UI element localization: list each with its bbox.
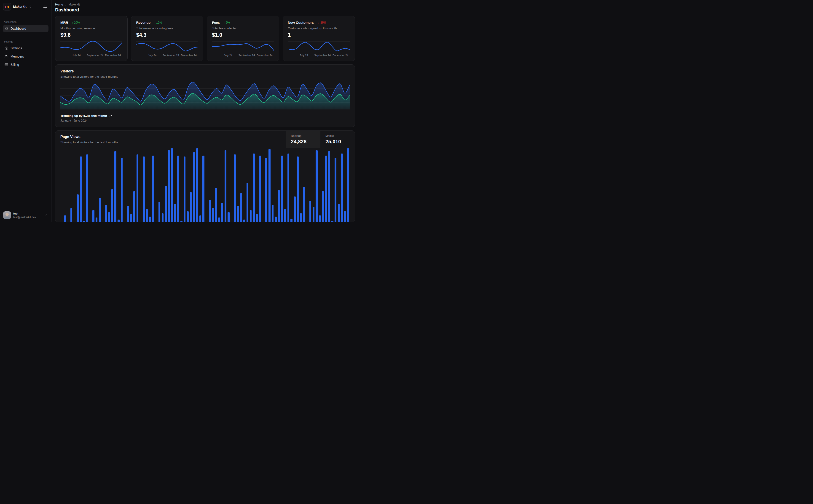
- toggle-desktop[interactable]: Desktop 24,828: [286, 131, 320, 148]
- bar: [331, 221, 333, 222]
- bar: [136, 154, 138, 222]
- x-tick-label: September 24: [314, 54, 331, 57]
- dashboard-icon: [5, 27, 8, 30]
- notifications-button[interactable]: [42, 4, 48, 10]
- stat-title: MRR: [60, 21, 68, 24]
- toggle-label: Desktop: [291, 134, 302, 138]
- stat-card-new-customers: New Customers ↓-25% Customers who signed…: [283, 16, 355, 61]
- bar: [215, 188, 217, 222]
- x-tick-label: December 24: [257, 54, 272, 57]
- user-name: test: [13, 212, 36, 215]
- bar: [278, 190, 280, 222]
- sidebar-item-label: Billing: [11, 63, 19, 66]
- workspace-selector[interactable]: m Makerkit: [3, 2, 48, 11]
- section-label-application: Application: [4, 21, 48, 23]
- user-menu[interactable]: test test@makerkit.dev: [3, 210, 48, 220]
- page-views-header: Page Views Showing total visitors for th…: [55, 131, 355, 148]
- bell-icon: [43, 5, 47, 9]
- bar: [158, 202, 160, 222]
- bar: [231, 222, 233, 222]
- toggle-value: 25,010: [325, 139, 341, 145]
- bar: [209, 200, 211, 222]
- bar: [162, 213, 164, 222]
- bar: [83, 221, 85, 222]
- user-email: test@makerkit.dev: [13, 216, 36, 219]
- stat-value: 1: [288, 32, 350, 38]
- bar: [96, 218, 98, 222]
- arrow-up-icon: ↑: [72, 21, 73, 24]
- bar: [152, 156, 154, 222]
- sidebar-item-dashboard[interactable]: Dashboard: [3, 25, 48, 32]
- bar: [143, 157, 145, 222]
- bar: [108, 212, 110, 222]
- stat-subtitle: Total fees collected: [212, 27, 274, 30]
- bar: [265, 158, 267, 222]
- stat-title: New Customers: [288, 21, 314, 24]
- bar: [212, 208, 214, 222]
- stat-cards-row: MRR ↑20% Monthly recurring revenue $9.6 …: [55, 16, 355, 61]
- bar: [259, 156, 261, 222]
- stat-subtitle: Total revenue including fees: [136, 27, 198, 30]
- bar: [149, 217, 151, 222]
- bar: [243, 220, 246, 222]
- gridline: [55, 165, 355, 165]
- visitors-card: Visitors Showing total visitors for the …: [55, 64, 355, 127]
- sidebar-item-billing[interactable]: Billing: [3, 61, 48, 68]
- bar: [325, 156, 327, 222]
- page-title: Dashboard: [55, 7, 355, 13]
- avatar: [3, 211, 11, 219]
- stat-card-revenue: Revenue ↑12% Total revenue including fee…: [131, 16, 204, 61]
- bar: [202, 156, 205, 222]
- toggle-mobile[interactable]: Mobile 25,010: [320, 131, 355, 148]
- sidebar-item-label: Settings: [11, 46, 22, 50]
- x-tick-label: December 24: [181, 54, 197, 57]
- workspace-name: Makerkit: [13, 5, 27, 8]
- bar: [117, 220, 120, 222]
- stat-card-fees: Fees ↑9% Total fees collected $1.0 July …: [207, 16, 279, 61]
- breadcrumb: Home Makerkit: [55, 3, 355, 6]
- x-tick-label: July 24: [148, 54, 156, 57]
- stat-subtitle: Customers who signed up this month: [288, 27, 350, 30]
- bar: [269, 149, 271, 222]
- stat-value: $1.0: [212, 32, 274, 38]
- bar: [344, 211, 346, 222]
- bar: [190, 192, 192, 222]
- toggle-label: Mobile: [325, 134, 334, 138]
- visitors-title: Visitors: [60, 69, 350, 73]
- makerkit-logo: m: [3, 3, 11, 11]
- bar: [306, 222, 308, 222]
- bar: [196, 148, 198, 222]
- bar: [225, 150, 227, 222]
- bar: [133, 191, 135, 222]
- x-tick-label: September 24: [162, 54, 179, 57]
- bar: [127, 206, 129, 222]
- bar: [105, 205, 107, 222]
- sidebar-item-label: Members: [11, 55, 24, 58]
- bar: [338, 204, 340, 222]
- sidebar-item-settings[interactable]: Settings: [3, 45, 48, 52]
- bar: [237, 206, 239, 222]
- bar: [165, 186, 167, 222]
- bar: [187, 211, 189, 222]
- bar: [250, 210, 252, 222]
- stat-sparkline: July 24 September 24 December 24: [60, 40, 122, 58]
- bar: [341, 154, 343, 222]
- arrow-down-icon: ↓: [317, 21, 319, 24]
- bar: [92, 210, 94, 222]
- breadcrumb-home[interactable]: Home: [55, 3, 63, 6]
- bar: [234, 154, 236, 222]
- breadcrumb-current[interactable]: Makerkit: [69, 3, 80, 6]
- stat-delta-badge: ↓-25%: [317, 21, 326, 24]
- bar: [294, 196, 296, 222]
- bar: [272, 205, 274, 222]
- x-tick-label: July 24: [72, 54, 80, 57]
- bar: [322, 191, 324, 222]
- bar: [139, 222, 141, 222]
- visitors-subtitle: Showing total visitors for the last 6 mo…: [60, 75, 350, 78]
- sidebar-item-members[interactable]: Members: [3, 53, 48, 60]
- chevrons-up-down-icon: [29, 5, 32, 8]
- stat-sparkline: July 24 September 24 December 24: [212, 40, 274, 58]
- bar: [313, 207, 315, 222]
- bar: [130, 214, 132, 222]
- bar: [114, 151, 116, 222]
